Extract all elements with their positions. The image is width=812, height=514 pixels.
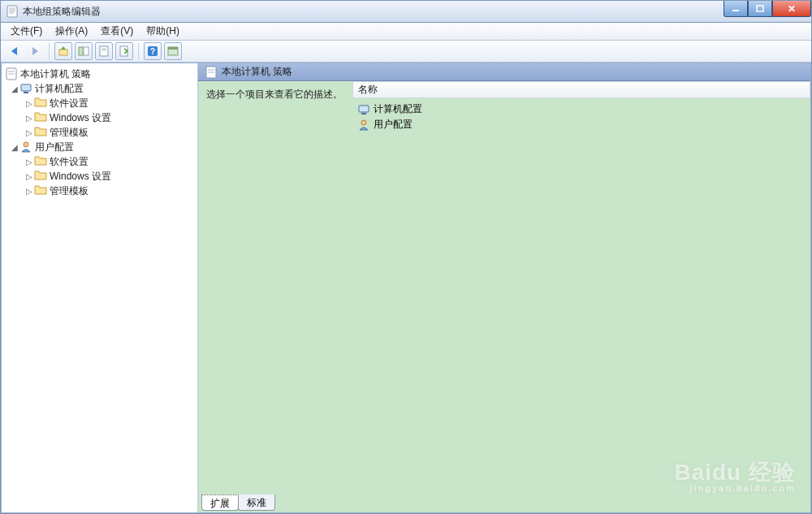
column-header-label: 名称: [358, 83, 378, 97]
tab-standard[interactable]: 标准: [238, 495, 275, 511]
tree-label: 用户配置: [35, 140, 74, 154]
column-header-name[interactable]: 名称: [352, 81, 810, 98]
tree-label: 管理模板: [50, 184, 89, 198]
tree-label: Windows 设置: [50, 170, 111, 184]
tree-item[interactable]: ▷ 管理模板: [2, 184, 197, 198]
computer-icon: [357, 103, 370, 116]
window-title: 本地组策略编辑器: [23, 5, 101, 19]
tree-label: 计算机配置: [35, 82, 84, 96]
client-area: 本地计算机 策略 ◢ 计算机配置 ▷ 软件设置 ▷ Windows 设置 ▷ 管…: [1, 63, 811, 513]
svg-rect-27: [359, 106, 369, 112]
details-pane: 本地计算机 策略 选择一个项目来查看它的描述。 名称 计算机配置 用户配置: [198, 63, 810, 512]
tree-root-label: 本地计算机 策略: [20, 67, 91, 81]
tree-item[interactable]: ▷ 管理模板: [2, 125, 197, 140]
details-header: 本地计算机 策略: [198, 63, 810, 81]
tree-label: 软件设置: [50, 97, 89, 110]
folder-icon: [34, 97, 47, 110]
tree-root[interactable]: 本地计算机 策略: [2, 67, 197, 81]
description-column: 选择一个项目来查看它的描述。: [198, 81, 352, 512]
tree-label: Windows 设置: [50, 111, 111, 125]
list-item-label: 用户配置: [374, 118, 412, 132]
svg-rect-22: [24, 92, 28, 93]
tree-item[interactable]: ▷ 软件设置: [2, 96, 197, 110]
expand-icon[interactable]: ▷: [24, 99, 34, 108]
expand-icon[interactable]: ▷: [24, 158, 34, 166]
list-item-user-config[interactable]: 用户配置: [357, 117, 806, 132]
user-icon: [19, 140, 32, 153]
svg-rect-10: [100, 46, 108, 56]
menu-bar: 文件(F) 操作(A) 查看(V) 帮助(H): [0, 23, 812, 40]
svg-point-23: [24, 142, 28, 147]
svg-rect-9: [84, 47, 89, 55]
tree-item[interactable]: ▷ Windows 设置: [2, 169, 197, 184]
tree-user-config[interactable]: ◢ 用户配置: [2, 140, 197, 154]
menu-file[interactable]: 文件(F): [4, 23, 49, 40]
forward-button[interactable]: [26, 42, 44, 60]
expand-icon[interactable]: ▷: [24, 187, 34, 196]
expand-icon[interactable]: ▷: [24, 128, 34, 137]
policy-icon: [5, 67, 18, 80]
svg-rect-21: [21, 84, 31, 91]
expand-icon[interactable]: ▷: [24, 172, 34, 181]
svg-rect-8: [79, 47, 83, 55]
menu-action[interactable]: 操作(A): [49, 23, 94, 40]
tree-item[interactable]: ▷ Windows 设置: [2, 110, 197, 125]
tree-item[interactable]: ▷ 软件设置: [2, 154, 197, 169]
svg-rect-13: [120, 46, 127, 56]
maximize-button[interactable]: [748, 1, 772, 17]
svg-rect-17: [168, 47, 178, 50]
tab-label: 扩展: [210, 498, 230, 509]
list-items: 计算机配置 用户配置: [352, 98, 810, 136]
export-button[interactable]: [115, 42, 133, 60]
description-hint: 选择一个项目来查看它的描述。: [206, 89, 343, 100]
tree-label: 软件设置: [50, 155, 89, 169]
bottom-tabs: 扩展 标准: [201, 495, 274, 511]
back-button[interactable]: [6, 42, 24, 60]
close-button[interactable]: ✕: [772, 1, 811, 17]
toolbar: ?: [0, 40, 812, 63]
folder-icon: [34, 155, 47, 168]
folder-icon: [34, 184, 47, 197]
show-hide-tree-button[interactable]: [75, 42, 93, 60]
menu-help[interactable]: 帮助(H): [140, 23, 186, 40]
computer-icon: [19, 82, 32, 95]
svg-rect-5: [732, 10, 739, 11]
svg-point-29: [361, 120, 366, 125]
title-bar: 本地组策略编辑器 ✕: [0, 0, 812, 23]
minimize-button[interactable]: [723, 1, 748, 17]
window-controls: ✕: [723, 1, 811, 17]
tree-computer-config[interactable]: ◢ 计算机配置: [2, 81, 197, 96]
svg-rect-28: [361, 113, 366, 114]
svg-rect-7: [59, 50, 67, 55]
refresh-button[interactable]: [164, 42, 182, 60]
list-item-label: 计算机配置: [374, 102, 422, 116]
details-header-title: 本地计算机 策略: [222, 65, 292, 79]
collapse-icon[interactable]: ◢: [10, 84, 19, 93]
svg-rect-6: [757, 6, 763, 11]
tab-extended[interactable]: 扩展: [201, 495, 239, 511]
list-column: 名称 计算机配置 用户配置: [352, 81, 810, 512]
tree-label: 管理模板: [50, 126, 89, 140]
up-button[interactable]: [54, 42, 72, 60]
help-button[interactable]: ?: [144, 42, 162, 60]
app-icon: [6, 5, 19, 18]
tree-pane[interactable]: 本地计算机 策略 ◢ 计算机配置 ▷ 软件设置 ▷ Windows 设置 ▷ 管…: [2, 63, 198, 512]
toolbar-separator: [49, 43, 50, 59]
folder-icon: [34, 126, 47, 139]
folder-icon: [34, 170, 47, 183]
list-item-computer-config[interactable]: 计算机配置: [357, 102, 806, 117]
properties-button[interactable]: [95, 42, 113, 60]
expand-icon[interactable]: ▷: [24, 114, 34, 123]
details-body: 选择一个项目来查看它的描述。 名称 计算机配置 用户配置: [198, 81, 810, 512]
policy-icon: [205, 66, 218, 79]
tab-label: 标准: [247, 497, 266, 508]
toolbar-separator: [138, 43, 139, 59]
collapse-icon[interactable]: ◢: [10, 143, 19, 152]
svg-text:?: ?: [150, 47, 155, 56]
menu-view[interactable]: 查看(V): [94, 23, 140, 40]
folder-icon: [34, 111, 47, 124]
user-icon: [357, 119, 370, 132]
